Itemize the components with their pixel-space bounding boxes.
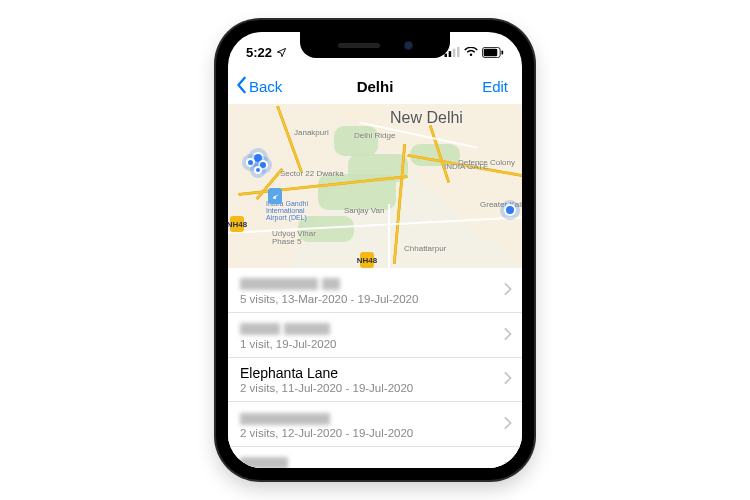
location-dot[interactable] [504,204,516,216]
svg-rect-7 [501,50,503,54]
chevron-right-icon [504,370,512,388]
list-item-title [240,275,494,292]
svg-rect-3 [457,47,460,57]
map-label: Delhi Ridge [354,131,395,140]
screen: 5:22 Bac [228,32,522,468]
svg-rect-1 [449,51,452,57]
list-item-title: Elephanta Lane [240,365,494,382]
list-item-title [240,320,494,337]
locations-list[interactable]: 5 visits, 13-Mar-2020 - 19-Jul-2020 1 vi… [228,268,522,468]
navigation-bar: Back Delhi Edit [228,68,522,104]
map-label: Janakpuri [294,128,329,137]
back-label: Back [249,78,282,95]
map-label: Sector 22 Dwarka [280,169,344,178]
list-item-title [240,454,494,468]
chevron-right-icon [504,460,512,468]
iphone-frame: 5:22 Bac [216,20,534,480]
back-button[interactable]: Back [236,76,282,97]
location-dot[interactable] [246,158,255,167]
list-item-subtitle: 1 visit, 19-Jul-2020 [240,338,494,350]
list-item-subtitle: 2 visits, 11-Jul-2020 - 19-Jul-2020 [240,382,494,394]
status-time: 5:22 [246,45,272,60]
list-item[interactable]: 26 visits, 18-Feb-2020 - 19-Jul-2020 [228,447,522,468]
map-label: Udyog Vihar Phase 5 [272,230,322,246]
map-view[interactable]: New Delhi Janakpuri Delhi Ridge INDIA GA… [228,104,522,268]
list-item[interactable]: Elephanta Lane 2 visits, 11-Jul-2020 - 1… [228,358,522,403]
chevron-right-icon [504,281,512,299]
location-services-icon [276,47,287,58]
chevron-right-icon [504,326,512,344]
svg-point-4 [470,54,473,57]
airport-icon [268,188,282,204]
battery-icon [482,47,504,58]
map-label-new-delhi: New Delhi [390,109,463,127]
route-badge: NH48 [360,252,374,268]
svg-rect-0 [445,54,448,57]
list-item-subtitle: 5 visits, 13-Mar-2020 - 19-Jul-2020 [240,293,494,305]
list-item[interactable]: 5 visits, 13-Mar-2020 - 19-Jul-2020 [228,268,522,313]
route-badge: NH48 [230,216,244,232]
notch [300,32,450,58]
chevron-left-icon [236,76,249,97]
list-item[interactable]: 1 visit, 19-Jul-2020 [228,313,522,358]
svg-rect-2 [453,49,456,57]
list-item-subtitle: 2 visits, 12-Jul-2020 - 19-Jul-2020 [240,427,494,439]
location-dot[interactable] [254,166,262,174]
list-item-title [240,409,494,426]
map-label: Sanjay Van [344,206,384,215]
list-item[interactable]: 2 visits, 12-Jul-2020 - 19-Jul-2020 [228,402,522,447]
chevron-right-icon [504,415,512,433]
wifi-icon [464,47,478,57]
edit-button[interactable]: Edit [482,78,514,95]
map-label: Defence Colony [458,158,515,167]
map-label: Chhattarpur [404,244,446,253]
svg-rect-6 [484,48,498,56]
